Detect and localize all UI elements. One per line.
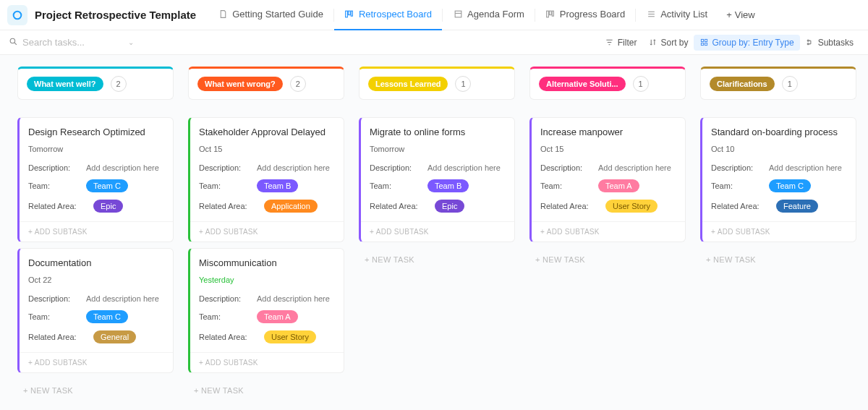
- description-field[interactable]: Description: Add description here: [540, 163, 676, 172]
- team-field[interactable]: Team: Team A: [199, 310, 335, 323]
- field-label: Description:: [711, 163, 756, 172]
- tab-label: Getting Started Guide: [232, 9, 323, 20]
- team-field[interactable]: Team: Team B: [370, 179, 506, 192]
- field-label: Team:: [199, 181, 244, 190]
- card-date: Oct 15: [540, 145, 676, 153]
- svg-rect-3: [352, 11, 353, 16]
- field-label: Team:: [28, 312, 73, 321]
- tab-retrospect-board[interactable]: Retrospect Board: [334, 0, 442, 30]
- add-subtask-button[interactable]: ADD SUBTASK: [532, 221, 685, 242]
- cards-wrap: Migrate to online forms Tomorrow Descrip…: [359, 117, 515, 242]
- column-header[interactable]: Clarifications 1: [700, 67, 856, 100]
- add-subtask-button[interactable]: ADD SUBTASK: [702, 221, 856, 242]
- team-field[interactable]: Team: Team A: [540, 179, 676, 192]
- area-tag: User Story: [605, 200, 658, 213]
- card-title: Stakeholder Approval Delayed: [199, 127, 335, 137]
- tab-getting-started-guide[interactable]: Getting Started Guide: [208, 0, 333, 30]
- description-hint: Add description here: [427, 163, 501, 172]
- field-label: Description:: [199, 163, 244, 172]
- task-card[interactable]: Miscommunication Yesterday Description: …: [188, 248, 344, 373]
- description-field[interactable]: Description: Add description here: [28, 163, 164, 172]
- description-field[interactable]: Description: Add description here: [370, 163, 506, 172]
- card-date: Tomorrow: [28, 145, 164, 153]
- svg-rect-16: [701, 43, 703, 45]
- tab-progress-board[interactable]: Progress Board: [535, 0, 635, 30]
- chevron-down-icon[interactable]: ⌄: [128, 38, 134, 46]
- subtasks-button[interactable]: Subtasks: [800, 35, 859, 51]
- svg-rect-17: [705, 43, 707, 45]
- filter-button[interactable]: Filter: [600, 35, 643, 51]
- tab-icon: [218, 9, 228, 20]
- new-task-button[interactable]: NEW TASK: [17, 379, 174, 402]
- filter-label: Filter: [618, 38, 637, 48]
- related-area-field[interactable]: Related Area: User Story: [199, 330, 335, 343]
- column: Lessons Learned 1 Migrate to online form…: [359, 67, 515, 271]
- svg-rect-4: [455, 11, 461, 17]
- column-header[interactable]: What went wrong? 2: [188, 67, 344, 100]
- field-label: Related Area:: [199, 202, 251, 210]
- field-label: Related Area:: [711, 202, 763, 210]
- description-field[interactable]: Description: Add description here: [711, 163, 847, 172]
- related-area-field[interactable]: Related Area: User Story: [540, 200, 676, 213]
- board: What went well? 2 Design Research Optimi…: [0, 55, 868, 410]
- team-field[interactable]: Team: Team C: [711, 179, 847, 192]
- tab-icon: [646, 9, 656, 20]
- filter-icon: [605, 38, 614, 47]
- task-card[interactable]: Standard on-boarding process Oct 10 Desc…: [700, 117, 856, 242]
- related-area-field[interactable]: Related Area: Application: [199, 200, 335, 213]
- column-header[interactable]: What went well? 2: [17, 67, 174, 100]
- description-hint: Add description here: [86, 163, 159, 172]
- svg-rect-7: [550, 11, 552, 14]
- team-field[interactable]: Team: Team C: [28, 179, 164, 192]
- new-task-button[interactable]: NEW TASK: [188, 379, 344, 402]
- field-label: Team:: [540, 181, 585, 190]
- tab-icon: [453, 9, 463, 20]
- team-tag: Team B: [427, 179, 469, 192]
- tab-activity-list[interactable]: Activity List: [636, 0, 718, 30]
- column-title: What went well?: [27, 77, 103, 91]
- column-count: 1: [782, 76, 798, 92]
- add-subtask-button[interactable]: ADD SUBTASK: [20, 352, 173, 372]
- circle-icon: [12, 9, 23, 21]
- add-subtask-button[interactable]: ADD SUBTASK: [361, 221, 514, 242]
- tab-agenda-form[interactable]: Agenda Form: [443, 0, 535, 30]
- area-tag: Epic: [93, 200, 123, 213]
- add-view-button[interactable]: + View: [718, 9, 764, 20]
- area-tag: Application: [264, 200, 318, 213]
- team-field[interactable]: Team: Team C: [28, 310, 164, 323]
- area-tag: Epic: [435, 200, 464, 213]
- card-title: Increase manpower: [540, 127, 676, 137]
- sort-label: Sort by: [660, 38, 688, 48]
- team-field[interactable]: Team: Team B: [199, 179, 335, 192]
- related-area-field[interactable]: Related Area: General: [28, 330, 164, 343]
- tab-label: Activity List: [660, 9, 707, 20]
- task-card[interactable]: Documentation Oct 22 Description: Add de…: [17, 248, 174, 373]
- column-title: What went wrong?: [197, 77, 283, 91]
- column-header[interactable]: Alternative Soluti... 1: [529, 67, 686, 100]
- related-area-field[interactable]: Related Area: Epic: [28, 200, 164, 213]
- description-field[interactable]: Description: Add description here: [199, 163, 335, 172]
- field-label: Team:: [711, 181, 756, 190]
- task-card[interactable]: Increase manpower Oct 15 Description: Ad…: [529, 117, 686, 242]
- column: What went wrong? 2 Stakeholder Approval …: [188, 67, 344, 402]
- field-label: Related Area:: [28, 333, 80, 341]
- group-by-button[interactable]: Group by: Entry Type: [694, 35, 799, 51]
- related-area-field[interactable]: Related Area: Epic: [370, 200, 506, 213]
- sort-button[interactable]: Sort by: [642, 35, 694, 51]
- new-task-button[interactable]: NEW TASK: [700, 248, 856, 271]
- description-field[interactable]: Description: Add description here: [28, 294, 164, 303]
- add-subtask-button[interactable]: ADD SUBTASK: [190, 221, 344, 242]
- search-input[interactable]: [22, 37, 116, 48]
- task-card[interactable]: Migrate to online forms Tomorrow Descrip…: [359, 117, 515, 242]
- subtasks-label: Subtasks: [818, 38, 854, 48]
- new-task-button[interactable]: NEW TASK: [359, 248, 515, 271]
- column-header[interactable]: Lessons Learned 1: [359, 67, 515, 100]
- related-area-field[interactable]: Related Area: Feature: [711, 200, 847, 213]
- add-subtask-button[interactable]: ADD SUBTASK: [190, 352, 344, 372]
- description-field[interactable]: Description: Add description here: [199, 294, 335, 303]
- add-subtask-button[interactable]: ADD SUBTASK: [20, 221, 173, 242]
- new-task-button[interactable]: NEW TASK: [529, 248, 686, 271]
- team-tag: Team A: [257, 310, 298, 323]
- task-card[interactable]: Stakeholder Approval Delayed Oct 15 Desc…: [188, 117, 344, 242]
- task-card[interactable]: Design Research Optimized Tomorrow Descr…: [17, 117, 174, 242]
